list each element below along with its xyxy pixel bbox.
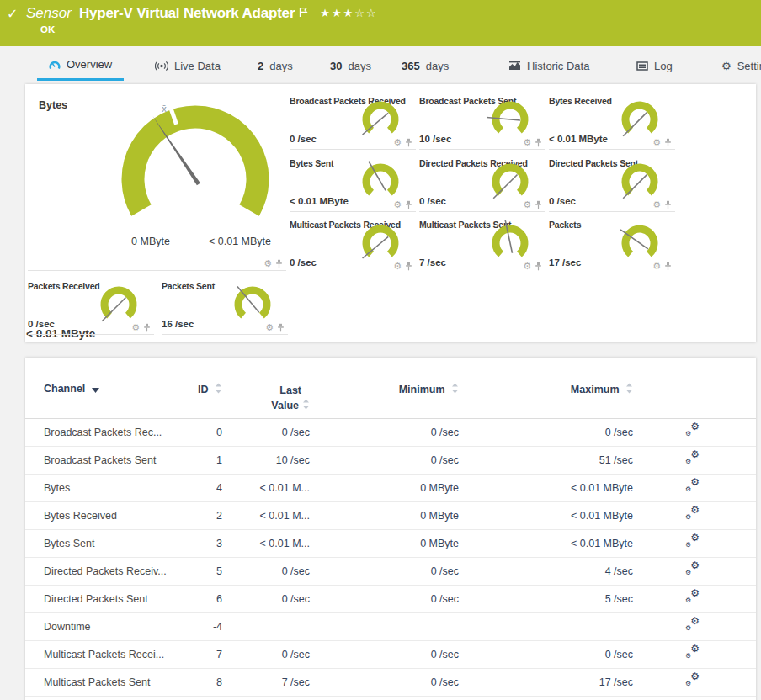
channel-gauge-tile[interactable]: Packets Sent 16 /sec ⚙: [162, 279, 288, 335]
big-gear-icon: ⚙: [690, 477, 700, 487]
channel-gauge-tile[interactable]: Directed Packets Received 0 /sec ⚙: [419, 156, 545, 212]
sort-both-icon: [302, 399, 310, 410]
table-row[interactable]: Broadcast Packets Sent 1 10 /sec 0 /sec …: [25, 446, 756, 474]
gauge-value: < 0.01 MByte: [290, 196, 349, 206]
pin-icon[interactable]: [405, 138, 412, 147]
channel-gauge-tile[interactable]: Packets 17 /sec ⚙: [549, 218, 675, 273]
channel-settings-icon[interactable]: ⚙ ⚙: [685, 507, 700, 521]
channel-minimum: 0 /sec: [310, 668, 459, 696]
gauge-value: 10 /sec: [419, 134, 451, 144]
channel-gauge-tile[interactable]: Bytes Sent < 0.01 MByte ⚙: [290, 156, 416, 212]
channel-gauge-tile[interactable]: Multicast Packets Received 0 /sec ⚙: [290, 218, 416, 273]
tab-2-days[interactable]: 2 days: [246, 50, 305, 81]
pin-icon[interactable]: [535, 200, 542, 209]
gauge-dial: [483, 158, 532, 205]
table-row[interactable]: Multicast Packets Sent 8 7 /sec 0 /sec 1…: [25, 668, 756, 696]
channel-settings-icon[interactable]: ⚙ ⚙: [685, 563, 700, 576]
channel-settings-icon[interactable]: ⚙ ⚙: [685, 452, 700, 465]
tab-label: days: [348, 60, 370, 72]
channel-minimum: 0 MByte: [310, 501, 459, 529]
table-row[interactable]: Directed Packets Receiv... 5 0 /sec 0 /s…: [25, 557, 756, 585]
pin-icon[interactable]: [405, 200, 412, 209]
table-row[interactable]: Multicast Packets Recei... 7 0 /sec 0 /s…: [25, 640, 756, 668]
table-row[interactable]: Bytes Sent 3 < 0.01 M... 0 MByte < 0.01 …: [25, 529, 756, 557]
tab-overview[interactable]: Overview: [37, 50, 124, 81]
tab-label: days: [269, 60, 292, 72]
channel-gauge-tile[interactable]: Packets Received 0 /sec ⚙: [28, 279, 154, 335]
object-kind-label: Sensor: [26, 5, 72, 22]
channel-settings-icon[interactable]: ⚙ ⚙: [685, 591, 700, 604]
tab-365-days[interactable]: 365 days: [390, 50, 460, 81]
column-header-minimum[interactable]: Minimum: [310, 358, 459, 418]
big-gear-icon: ⚙: [690, 588, 700, 598]
gear-icon[interactable]: ⚙: [263, 259, 272, 268]
channel-settings-icon[interactable]: ⚙ ⚙: [685, 674, 700, 687]
channel-maximum: 51 /sec: [459, 446, 633, 474]
pin-icon[interactable]: [664, 262, 672, 271]
tab-label: Settings: [737, 60, 761, 72]
pin-icon[interactable]: [405, 262, 412, 271]
column-header-id[interactable]: ID: [189, 358, 222, 418]
pin-icon[interactable]: [535, 138, 542, 147]
pin-icon[interactable]: [535, 262, 542, 271]
channel-gauge-tile[interactable]: Directed Packets Sent 0 /sec ⚙: [549, 156, 675, 212]
channel-settings-icon[interactable]: ⚙ ⚙: [685, 480, 700, 493]
gear-icon[interactable]: ⚙: [523, 138, 531, 147]
channel-settings-icon[interactable]: ⚙ ⚙: [685, 424, 700, 438]
channel-settings-icon[interactable]: ⚙ ⚙: [685, 646, 700, 660]
gear-icon[interactable]: ⚙: [265, 323, 274, 332]
priority-stars[interactable]: ★★★☆☆: [320, 7, 377, 19]
mean-marker-label: x̄: [162, 103, 167, 114]
gauge-value: 0 /sec: [290, 257, 317, 268]
channel-settings-icon[interactable]: ⚙ ⚙: [685, 618, 700, 632]
pin-icon[interactable]: [664, 138, 672, 147]
column-header-channel[interactable]: Channel: [25, 358, 189, 418]
pin-icon[interactable]: [275, 259, 283, 268]
gear-icon[interactable]: ⚙: [652, 138, 661, 147]
tab-30-days[interactable]: 30 days: [318, 50, 383, 81]
primary-gauge-title: Bytes: [39, 99, 67, 111]
gauge-dial: [354, 96, 402, 143]
pin-icon[interactable]: [664, 200, 672, 209]
pin-icon[interactable]: [277, 323, 285, 332]
flag-icon[interactable]: [299, 6, 308, 21]
gear-icon: ⚙: [721, 61, 732, 72]
table-row[interactable]: Bytes Received 2 < 0.01 M... 0 MByte < 0…: [25, 501, 756, 529]
table-row[interactable]: Directed Packets Sent 6 0 /sec 0 /sec 5 …: [25, 585, 756, 612]
tab-live-data[interactable]: Live Data: [143, 50, 232, 81]
gauge-value: < 0.01 MByte: [549, 134, 608, 144]
channel-last-value: 0 /sec: [222, 585, 310, 612]
channel-settings-icon[interactable]: ⚙ ⚙: [685, 535, 700, 549]
tab-settings[interactable]: ⚙ Settings: [710, 50, 761, 81]
table-row[interactable]: Downtime -4 ⚙ ⚙: [25, 612, 756, 640]
table-row[interactable]: Bytes 4 < 0.01 M... 0 MByte < 0.01 MByte…: [25, 474, 756, 501]
column-header-maximum[interactable]: Maximum: [459, 358, 633, 418]
gauge-value: 0 /sec: [290, 134, 317, 144]
gear-icon[interactable]: ⚙: [393, 138, 402, 147]
gauge-dial: [613, 158, 662, 205]
channel-gauge-tile[interactable]: Bytes Received < 0.01 MByte ⚙: [549, 94, 675, 150]
column-header-last-value[interactable]: Last Value: [222, 358, 310, 418]
tab-historic-data[interactable]: Historic Data: [497, 50, 601, 81]
gear-icon[interactable]: ⚙: [523, 200, 531, 209]
gear-icon[interactable]: ⚙: [523, 262, 531, 271]
channel-last-value: 10 /sec: [222, 446, 310, 474]
tab-log[interactable]: Log: [625, 50, 684, 81]
channel-gauge-tile[interactable]: Multicast Packets Sent 7 /sec ⚙: [419, 218, 545, 273]
channel-name: Bytes Received: [25, 501, 189, 529]
gear-icon[interactable]: ⚙: [131, 323, 140, 332]
gauge-value: 16 /sec: [162, 319, 194, 329]
column-label: Last: [279, 384, 301, 396]
gauge-value: 0 /sec: [419, 196, 446, 206]
gear-icon[interactable]: ⚙: [652, 200, 661, 209]
channel-gauge-tile[interactable]: Broadcast Packets Sent 10 /sec ⚙: [419, 94, 545, 150]
channel-minimum: 0 MByte: [310, 529, 459, 557]
channel-name: Multicast Packets Recei...: [25, 640, 189, 668]
gear-icon[interactable]: ⚙: [652, 262, 661, 271]
gear-icon[interactable]: ⚙: [393, 262, 402, 271]
gear-icon[interactable]: ⚙: [393, 200, 402, 209]
channel-gauge-tile[interactable]: Broadcast Packets Received 0 /sec ⚙: [290, 94, 416, 150]
channel-name: Directed Packets Receiv...: [25, 557, 189, 585]
table-row[interactable]: Broadcast Packets Rec... 0 0 /sec 0 /sec…: [25, 418, 756, 446]
pin-icon[interactable]: [143, 323, 151, 332]
